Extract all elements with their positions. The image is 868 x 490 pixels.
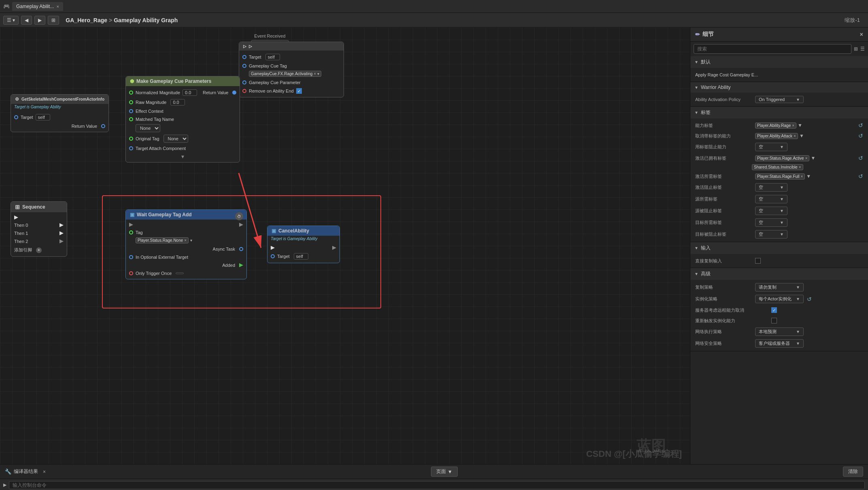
ability-activation-dropdown[interactable]: On Triggered ▼: [755, 96, 804, 103]
app-icon: 🎮: [3, 3, 10, 9]
skeletal-target-row: Target self: [14, 113, 105, 121]
adv-retrigger-checkbox[interactable]: [771, 318, 777, 323]
tag-ability-row: 能力标签 Player.Ability.Rage × ▼ ↺: [690, 120, 868, 131]
right-search-input[interactable]: [694, 44, 851, 54]
make-cue-expand[interactable]: ▾: [129, 153, 236, 160]
adv-copy-value: 请勿复制 ▼: [755, 283, 863, 291]
tag-source-block-row: 源被阻止标签 空 ▼: [690, 205, 868, 217]
toolbar-forward-btn[interactable]: ▶: [34, 16, 45, 25]
wait-tag-val-x[interactable]: ×: [184, 238, 187, 243]
tag-owned-reset[interactable]: ↺: [858, 155, 863, 161]
right-grid-icon[interactable]: ⊞: [854, 46, 858, 52]
tag-required-pill-0-x[interactable]: ×: [801, 174, 803, 179]
section-advanced-header[interactable]: ▼ 高级: [690, 268, 868, 280]
right-list-icon[interactable]: ☰: [860, 46, 865, 52]
adv-copy-dropdown[interactable]: 请勿复制 ▼: [755, 283, 804, 291]
section-default: ▼ 默认 Apply Rage Cost Gameplay E...: [690, 56, 868, 82]
tag-source-block-dropdown[interactable]: 空 ▼: [755, 207, 787, 215]
seq-addpin-label: 添加引脚: [14, 247, 32, 253]
wait-tag-val-text: Player.Status.Rage.None: [138, 238, 183, 243]
seq-addpin-btn[interactable]: +: [36, 247, 42, 253]
canvas-area[interactable]: Event Received ▶ Payload ▷ ▷ Target self: [0, 27, 690, 464]
adv-retrigger-label: 重新触发实例化能力: [695, 318, 768, 324]
right-panel-close-btn[interactable]: ×: [860, 31, 863, 38]
matched-tag-dropdown[interactable]: None: [136, 124, 160, 132]
compiler-icon: 🔧: [5, 469, 11, 475]
section-warrior-header[interactable]: ▼ Warrior Ability: [690, 82, 868, 93]
tag-block-activation-dropdown[interactable]: 空 ▼: [755, 183, 787, 192]
tag-block-value: 空 ▼: [755, 143, 863, 151]
remove-checkbox[interactable]: [296, 88, 302, 94]
cue-tag-val-arrow[interactable]: ▾: [317, 72, 319, 76]
compiler-close-btn[interactable]: ×: [43, 469, 46, 475]
tab-gameplay-ability[interactable]: Gameplay Abilit... ×: [12, 2, 63, 11]
tag-cancel-pill-0-text: Player.Ability.Attack: [757, 134, 792, 138]
tab-close-btn[interactable]: ×: [56, 4, 59, 9]
wait-optional-label: In Optional External Target: [136, 255, 188, 260]
event-received-label: Event Received: [251, 34, 289, 38]
norm-val: 0.0: [183, 89, 197, 96]
cue-param-row: Gameplay Cue Parameter: [242, 79, 340, 86]
page-btn-arrow: ▼: [448, 469, 452, 475]
ability-activation-value: On Triggered ▼: [755, 96, 863, 103]
seq-then0-row: Then 0: [14, 222, 64, 228]
tag-required-reset[interactable]: ↺: [858, 173, 863, 180]
clear-btn[interactable]: 清除: [843, 467, 863, 477]
section-input-header[interactable]: ▼ 输入: [690, 242, 868, 254]
toolbar-menu-btn[interactable]: ☰ ▾: [3, 16, 19, 25]
toolbar-back-btn[interactable]: ◀: [21, 16, 32, 25]
adv-instance-dropdown[interactable]: 每个Actor实例化 ▼: [755, 295, 804, 303]
breadcrumb-sep: >: [109, 17, 112, 23]
original-tag-dropdown[interactable]: None: [163, 135, 188, 143]
tag-owned-pill-1-x[interactable]: ×: [799, 165, 801, 169]
adv-instance-reset[interactable]: ↺: [807, 296, 812, 302]
tag-required-value: Player.Status.Rage.Full × ▼ ↺: [755, 173, 863, 180]
ability-activation-val-text: On Triggered: [759, 97, 785, 102]
tag-ability-pill-0-x[interactable]: ×: [792, 123, 794, 128]
toolbar-home-btn[interactable]: ⊞: [48, 16, 59, 25]
adv-netsec-dropdown[interactable]: 客户端或服务器 ▼: [755, 339, 804, 348]
tag-owned-pill-0-x[interactable]: ×: [805, 156, 808, 161]
breadcrumb-part2: Gameplay Ability Graph: [114, 17, 178, 23]
tag-source-req-dropdown[interactable]: 空 ▼: [755, 195, 787, 203]
wait-tag-val-dropdown[interactable]: ▾: [190, 238, 192, 243]
cue-target-val: self: [265, 54, 280, 60]
adv-netexec-val-text: 本地预测: [759, 329, 777, 335]
section-tags-header[interactable]: ▼ 标签: [690, 107, 868, 118]
section-advanced-body: 复制策略 请勿复制 ▼ 实例化策略 每个Actor实例化 ▼: [690, 280, 868, 351]
return-pin: [232, 91, 236, 95]
canvas-watermark: 蓝图: [637, 436, 666, 456]
node-make-cue: ⬢ Make Gameplay Cue Parameters Normalize…: [125, 76, 240, 163]
tag-ability-reset[interactable]: ↺: [858, 122, 863, 129]
tag-target-block-label: 目标被阻止标签: [695, 231, 752, 237]
tag-required-dropdown-arrow[interactable]: ▼: [806, 173, 811, 180]
section-default-header[interactable]: ▼ 默认: [690, 56, 868, 68]
tag-cancel-dropdown-arrow[interactable]: ▼: [799, 133, 804, 139]
adv-server-cancel-row: 服务器考虑远程能力取消: [690, 305, 868, 315]
tag-ability-value: Player.Ability.Rage × ▼ ↺: [755, 122, 863, 129]
adv-server-cancel-checkbox[interactable]: [771, 307, 777, 313]
tag-target-req-dropdown[interactable]: 空 ▼: [755, 218, 787, 227]
adv-copy-arrow: ▼: [796, 285, 800, 289]
direct-replicate-checkbox[interactable]: [755, 258, 761, 264]
cancel-subtitle: Target is Gameplay Ability: [267, 236, 340, 243]
tag-block-activation-value: 空 ▼: [755, 183, 863, 192]
cue-remove-label: Remove on Ability End: [249, 89, 294, 93]
tag-cancel-pill-0-x[interactable]: ×: [794, 134, 796, 138]
tag-block-activation-val-text: 空: [759, 184, 763, 190]
tag-owned-dropdown-arrow[interactable]: ▼: [811, 155, 815, 161]
tag-cancel-reset[interactable]: ↺: [858, 133, 863, 139]
adv-instance-label: 实例化策略: [695, 296, 752, 302]
cue-tag-val-x[interactable]: ×: [314, 72, 316, 76]
tag-block-dropdown[interactable]: 空 ▼: [755, 143, 787, 151]
adv-copy-label: 复制策略: [695, 284, 752, 290]
matched-label: Matched Tag Name: [136, 117, 174, 122]
tag-target-block-dropdown[interactable]: 空 ▼: [755, 230, 787, 239]
adv-netexec-dropdown[interactable]: 本地预测 ▼: [755, 327, 804, 336]
cmd-input[interactable]: [9, 481, 865, 489]
wait-tag-val-row: Player.Status.Rage.None × ▾: [136, 237, 243, 243]
tag-ability-dropdown-arrow[interactable]: ▼: [798, 122, 802, 129]
page-btn[interactable]: 页面 ▼: [431, 467, 458, 477]
tag-ability-pill-0: Player.Ability.Rage ×: [755, 122, 796, 129]
adv-netexec-arrow: ▼: [796, 329, 800, 334]
